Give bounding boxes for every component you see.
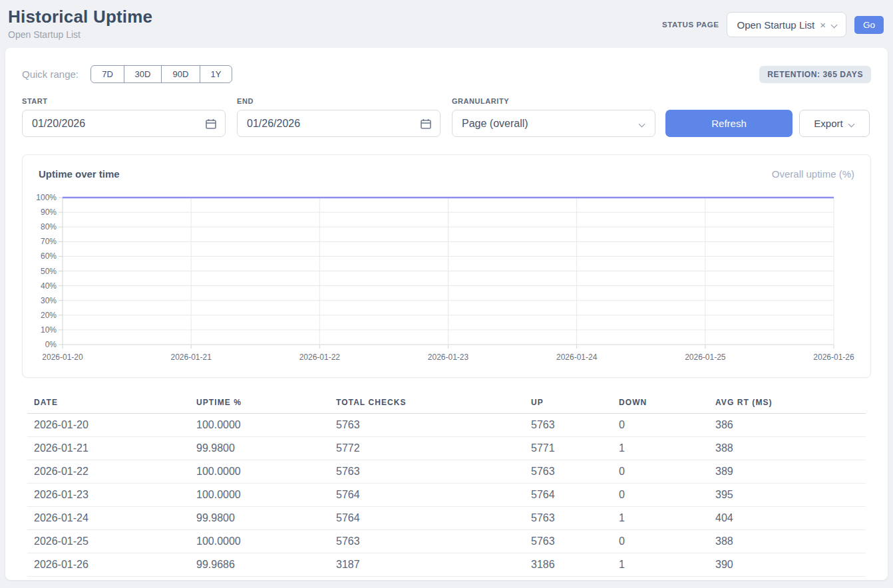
quick-range-30d-button[interactable]: 30D xyxy=(124,65,162,83)
title-block: Historical Uptime Open Startup List xyxy=(8,7,152,40)
table-row: 2026-01-20100.0000576357630386 xyxy=(27,414,866,437)
end-date-field: END xyxy=(237,97,441,137)
chart-card-header: Uptime over time Overall uptime (%) xyxy=(23,155,870,192)
svg-text:2026-01-20: 2026-01-20 xyxy=(42,353,83,362)
refresh-button[interactable]: Refresh xyxy=(665,110,793,137)
table-column-header: TOTAL CHECKS xyxy=(329,394,524,414)
svg-text:60%: 60% xyxy=(41,251,57,261)
status-page-label: STATUS PAGE xyxy=(662,21,719,29)
table-cell: 99.9686 xyxy=(190,553,329,577)
start-date-field: START xyxy=(22,97,226,137)
quick-range-7d-button[interactable]: 7D xyxy=(90,65,124,83)
end-label: END xyxy=(237,97,441,105)
end-date-input[interactable] xyxy=(238,110,440,136)
chart-grid xyxy=(59,198,834,349)
page-subtitle: Open Startup List xyxy=(8,29,152,40)
table-row: 2026-01-2699.9686318731861390 xyxy=(27,553,866,577)
table-cell: 2026-01-21 xyxy=(27,437,190,460)
svg-text:80%: 80% xyxy=(41,222,57,231)
status-page-select[interactable]: Open Startup List × xyxy=(727,12,846,37)
svg-text:2026-01-22: 2026-01-22 xyxy=(299,353,341,362)
table-cell: 2026-01-24 xyxy=(27,507,190,530)
uptime-table: DATEUPTIME %TOTAL CHECKSUPDOWNAVG RT (MS… xyxy=(22,394,871,577)
export-button-label: Export xyxy=(814,118,842,129)
table-cell: 0 xyxy=(612,530,709,553)
retention-badge: RETENTION: 365 DAYS xyxy=(759,66,871,83)
table-cell: 1 xyxy=(612,507,709,530)
table-cell: 1 xyxy=(612,553,709,577)
table-cell: 5763 xyxy=(524,414,612,437)
table-cell: 2026-01-22 xyxy=(27,460,190,484)
table-row: 2026-01-2199.9800577257711388 xyxy=(27,437,866,460)
table-cell: 5763 xyxy=(329,460,524,484)
granularity-selected-value: Page (overall) xyxy=(462,118,528,130)
table-column-header: DOWN xyxy=(612,394,709,414)
granularity-label: GRANULARITY xyxy=(452,97,655,105)
table-cell: 2026-01-20 xyxy=(27,414,190,437)
chart-x-axis-labels: 2026-01-202026-01-212026-01-222026-01-23… xyxy=(42,353,854,362)
table-cell: 2026-01-25 xyxy=(27,530,190,553)
svg-text:2026-01-23: 2026-01-23 xyxy=(428,353,469,362)
table-cell: 5763 xyxy=(524,507,612,530)
table-cell: 0 xyxy=(612,484,709,507)
uptime-chart-card: Uptime over time Overall uptime (%) 0%10… xyxy=(22,154,871,378)
table-cell: 5764 xyxy=(524,484,612,507)
main-panel: Quick range: 7D 30D 90D 1Y RETENTION: 36… xyxy=(5,48,888,580)
export-button[interactable]: Export xyxy=(799,110,870,137)
table-cell: 2026-01-26 xyxy=(27,553,190,577)
go-button[interactable]: Go xyxy=(854,16,884,34)
svg-text:2026-01-26: 2026-01-26 xyxy=(813,353,854,362)
table-row: 2026-01-22100.0000576357630389 xyxy=(27,460,866,484)
table-cell: 0 xyxy=(612,414,709,437)
start-label: START xyxy=(22,97,226,105)
table-cell: 386 xyxy=(709,414,866,437)
table-cell: 5771 xyxy=(524,437,612,460)
uptime-chart: 0%10%20%30%40%50%60%70%80%90%100%2026-01… xyxy=(23,192,870,376)
table-column-header: UPTIME % xyxy=(190,394,329,414)
table-cell: 388 xyxy=(709,530,866,553)
quick-range-row: Quick range: 7D 30D 90D 1Y RETENTION: 36… xyxy=(22,65,871,83)
granularity-select[interactable]: Page (overall) xyxy=(452,110,655,137)
status-page-selected-value: Open Startup List xyxy=(737,19,814,31)
table-cell: 404 xyxy=(709,507,866,530)
table-row: 2026-01-25100.0000576357630388 xyxy=(27,530,866,553)
svg-text:100%: 100% xyxy=(36,193,57,202)
calendar-icon[interactable] xyxy=(205,118,217,130)
table-cell: 100.0000 xyxy=(190,414,329,437)
table-cell: 3186 xyxy=(524,553,612,577)
table-cell: 1 xyxy=(612,437,709,460)
clear-icon[interactable]: × xyxy=(820,19,826,31)
svg-text:2026-01-24: 2026-01-24 xyxy=(556,353,598,362)
table-column-header: UP xyxy=(524,394,612,414)
filter-row: START END xyxy=(22,97,871,137)
table-cell: 5763 xyxy=(524,460,612,484)
table-cell: 100.0000 xyxy=(190,530,329,553)
table-column-header: AVG RT (MS) xyxy=(709,394,866,414)
table-cell: 99.9800 xyxy=(190,507,329,530)
calendar-icon[interactable] xyxy=(420,118,432,130)
table-cell: 388 xyxy=(709,437,866,460)
quick-range-1y-button[interactable]: 1Y xyxy=(200,65,232,83)
svg-text:30%: 30% xyxy=(41,296,57,305)
table-cell: 100.0000 xyxy=(190,460,329,484)
table-cell: 100.0000 xyxy=(190,484,329,507)
table-row: 2026-01-23100.0000576457640395 xyxy=(27,484,866,507)
table-cell: 99.9800 xyxy=(190,437,329,460)
table-cell: 5763 xyxy=(329,414,524,437)
svg-text:2026-01-25: 2026-01-25 xyxy=(685,353,726,362)
header-right: STATUS PAGE Open Startup List × Go xyxy=(662,12,884,37)
chart-y-axis-labels: 0%10%20%30%40%50%60%70%80%90%100% xyxy=(36,193,57,349)
table-cell: 5763 xyxy=(524,530,612,553)
svg-text:50%: 50% xyxy=(41,267,57,276)
quick-range-label: Quick range: xyxy=(22,69,79,80)
table-cell: 3187 xyxy=(329,553,524,577)
table-row: 2026-01-2499.9800576457631404 xyxy=(27,507,866,530)
table-cell: 395 xyxy=(709,484,866,507)
quick-range-90d-button[interactable]: 90D xyxy=(161,65,200,83)
start-date-input[interactable] xyxy=(23,110,225,136)
page-title: Historical Uptime xyxy=(8,7,152,27)
granularity-field: GRANULARITY Page (overall) xyxy=(452,97,655,137)
svg-text:90%: 90% xyxy=(41,208,57,217)
table-cell: 390 xyxy=(709,553,866,577)
chevron-down-icon xyxy=(848,120,855,127)
